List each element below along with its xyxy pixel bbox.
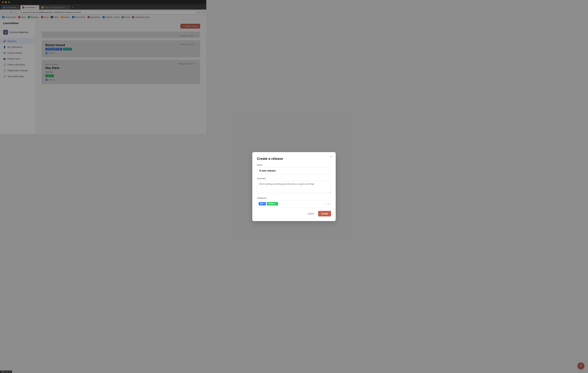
modal-overlay[interactable]: Create a release × Name Summary We're bu… <box>0 0 206 134</box>
